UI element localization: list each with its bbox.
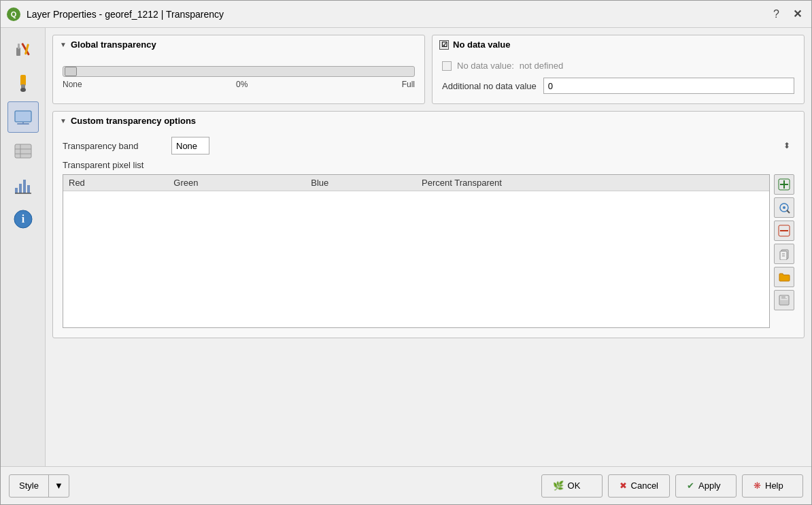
folder-button[interactable] — [774, 267, 794, 287]
sidebar-item-info[interactable]: i — [7, 203, 39, 235]
pixel-list-label: Transparent pixel list — [63, 160, 794, 170]
ok-label: OK — [568, 480, 581, 491]
remove-row-button[interactable] — [774, 221, 794, 241]
sidebar-item-histogram[interactable] — [7, 169, 39, 201]
titlebar: Q Layer Properties - georef_1212 | Trans… — [1, 1, 811, 28]
transparency-band-select[interactable]: None Band 1 Band 2 Band 3 — [171, 137, 209, 154]
slider-percent-label: 0% — [236, 80, 248, 89]
svg-rect-28 — [780, 230, 788, 231]
global-transparency-section: ▼ Global transparency None 0% Full — [52, 35, 425, 104]
help-icon: ❋ — [754, 480, 761, 491]
pixel-actions — [774, 174, 794, 328]
svg-rect-18 — [23, 180, 26, 193]
custom-transparency-section: ▼ Custom transparency options Transparen… — [52, 111, 805, 338]
custom-transparency-header[interactable]: ▼ Custom transparency options — [53, 112, 804, 130]
slider-thumb[interactable] — [65, 67, 77, 76]
slider-min-label: None — [63, 80, 82, 89]
cancel-button[interactable]: ✖ Cancel — [608, 474, 670, 498]
content-area: ▼ Global transparency None 0% Full — [46, 28, 811, 466]
svg-rect-6 — [20, 75, 26, 86]
col-green: Green — [168, 175, 305, 191]
additional-no-data-label: Additional no data value — [442, 81, 537, 91]
collapse-arrow-global: ▼ — [60, 41, 67, 48]
transparency-slider[interactable] — [63, 66, 415, 77]
svg-rect-37 — [785, 296, 787, 298]
cancel-label: Cancel — [631, 480, 658, 491]
transparency-band-label: Transparency band — [63, 141, 165, 151]
col-percent: Percent Transparent — [416, 175, 769, 191]
svg-rect-16 — [15, 188, 18, 193]
pixel-table: Red Green Blue Percent Transparent — [63, 175, 769, 327]
no-data-header[interactable]: ☑ No data value — [433, 35, 804, 54]
apply-icon: ✔ — [687, 480, 694, 491]
svg-point-27 — [783, 206, 785, 209]
global-transparency-title: Global transparency — [71, 39, 156, 50]
apply-button[interactable]: ✔ Apply — [675, 474, 737, 498]
style-dropdown-arrow[interactable]: ▼ — [48, 475, 69, 497]
svg-rect-36 — [780, 300, 788, 304]
sidebar-item-pyramids[interactable] — [7, 135, 39, 167]
top-row: ▼ Global transparency None 0% Full — [52, 35, 805, 104]
main-content: i ▼ Global transparency — [1, 28, 811, 466]
no-data-value-row: No data value: not defined — [442, 61, 794, 71]
sidebar: i — [1, 28, 46, 466]
sidebar-item-transparency[interactable] — [7, 101, 39, 133]
sidebar-item-style[interactable] — [7, 67, 39, 99]
main-window: Q Layer Properties - georef_1212 | Trans… — [0, 0, 812, 505]
svg-rect-17 — [19, 184, 22, 193]
svg-rect-19 — [27, 185, 30, 193]
apply-label: Apply — [698, 480, 721, 491]
global-transparency-header[interactable]: ▼ Global transparency — [53, 35, 424, 54]
sidebar-item-tools[interactable] — [7, 33, 39, 65]
pixel-table-wrapper: Red Green Blue Percent Transparent — [63, 174, 770, 328]
help-label: Help — [765, 480, 783, 491]
svg-rect-9 — [15, 111, 31, 122]
bottom-bar: Style ▼ 🌿 OK ✖ Cancel ✔ Apply ❋ Help — [1, 466, 811, 504]
no-data-body: No data value: not defined Additional no… — [433, 54, 804, 103]
app-icon: Q — [6, 7, 21, 22]
add-row-button[interactable] — [774, 174, 794, 195]
help-button-bottom[interactable]: ❋ Help — [742, 474, 803, 498]
svg-point-8 — [20, 88, 26, 92]
svg-rect-12 — [15, 144, 31, 158]
additional-no-data-row: Additional no data value — [442, 78, 794, 94]
col-blue: Blue — [305, 175, 416, 191]
collapse-arrow-custom: ▼ — [60, 117, 67, 125]
band-select-wrapper: None Band 1 Band 2 Band 3 — [171, 137, 794, 154]
custom-transparency-body: Transparency band None Band 1 Band 2 Ban… — [53, 130, 804, 338]
titlebar-controls: ? ✕ — [769, 6, 806, 22]
help-button[interactable]: ? — [769, 7, 783, 22]
no-data-checkbox-value: not defined — [520, 61, 563, 71]
pixel-list-area: Red Green Blue Percent Transparent — [63, 174, 794, 328]
style-button-label[interactable]: Style — [10, 475, 48, 497]
close-button[interactable]: ✕ — [789, 6, 806, 22]
no-data-checkbox-label: No data value: — [457, 61, 514, 71]
ok-button[interactable]: 🌿 OK — [541, 474, 603, 498]
cancel-icon: ✖ — [620, 480, 627, 491]
svg-rect-3 — [18, 44, 20, 49]
additional-no-data-input[interactable] — [543, 78, 794, 94]
style-button-group: Style ▼ — [9, 474, 69, 498]
ok-icon: 🌿 — [553, 480, 564, 491]
slider-max-label: Full — [402, 80, 415, 89]
custom-transparency-title: Custom transparency options — [71, 116, 196, 126]
svg-text:Q: Q — [11, 10, 17, 18]
window-title: Layer Properties - georef_1212 | Transpa… — [27, 9, 769, 20]
global-transparency-body: None 0% Full — [53, 54, 424, 101]
svg-rect-24 — [783, 180, 785, 189]
table-empty-body — [63, 191, 769, 327]
table-header-row: Red Green Blue Percent Transparent — [63, 175, 769, 191]
col-red: Red — [63, 175, 168, 191]
slider-area: None 0% Full — [63, 61, 415, 92]
capture-button[interactable] — [774, 197, 794, 218]
svg-rect-10 — [17, 123, 29, 125]
transparency-band-row: Transparency band None Band 1 Band 2 Ban… — [63, 137, 794, 154]
svg-text:i: i — [21, 213, 24, 225]
no-data-checkbox[interactable] — [442, 61, 452, 71]
no-data-title: No data value — [453, 39, 511, 50]
no-data-section: ☑ No data value No data value: not defin… — [432, 35, 805, 104]
copy-button[interactable] — [774, 244, 794, 264]
save-button[interactable] — [774, 290, 794, 310]
no-data-section-checkbox[interactable]: ☑ — [439, 40, 449, 50]
slider-labels: None 0% Full — [63, 80, 415, 89]
